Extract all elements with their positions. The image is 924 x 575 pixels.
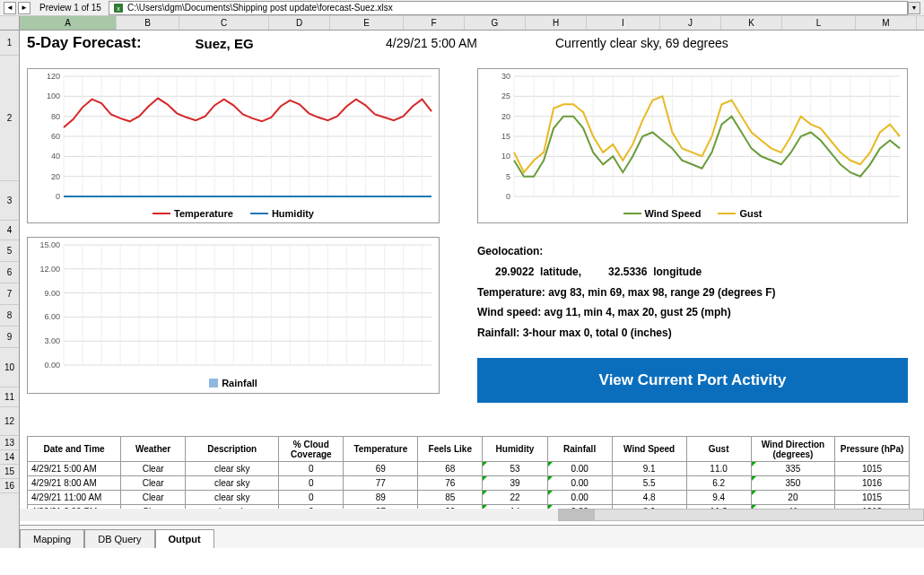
select-all-cell[interactable] (0, 16, 20, 30)
table-cell[interactable]: 1016 (835, 476, 910, 491)
bottom-tab-output[interactable]: Output (155, 529, 214, 548)
file-path-box[interactable]: x C:\Users\dgm\Documents\Shipping post u… (109, 1, 908, 15)
table-cell[interactable]: 85 (418, 491, 483, 505)
bottom-tab-db-query[interactable]: DB Query (84, 529, 154, 548)
row-header-4[interactable]: 4 (0, 221, 19, 240)
table-cell[interactable]: 9.4 (686, 491, 751, 505)
row-header-7[interactable]: 7 (0, 283, 19, 305)
column-header-L[interactable]: L (782, 16, 856, 30)
row-header-1[interactable]: 1 (0, 30, 19, 56)
table-cell[interactable]: clear sky (186, 491, 279, 505)
legend-humidity: Humidity (272, 208, 314, 219)
view-port-activity-button[interactable]: View Current Port Activity (477, 358, 908, 403)
column-header-B[interactable]: B (117, 16, 179, 30)
table-cell[interactable]: 0.00 (547, 476, 612, 491)
row-header-3[interactable]: 3 (0, 181, 19, 221)
error-flag-icon (548, 491, 553, 495)
table-cell[interactable]: clear sky (186, 476, 279, 491)
lon-value: 32.5336 (608, 266, 647, 278)
column-header-H[interactable]: H (526, 16, 587, 30)
table-cell[interactable]: 76 (418, 476, 483, 491)
row-header-12[interactable]: 12 (0, 407, 19, 436)
svg-text:0: 0 (506, 192, 510, 201)
table-cell[interactable]: 0 (279, 491, 344, 505)
svg-text:60: 60 (51, 132, 60, 141)
row-header-13[interactable]: 13 (0, 436, 19, 450)
error-flag-icon (483, 491, 487, 495)
table-cell[interactable]: 4/29/21 8:00 AM (28, 476, 121, 491)
row-header-15[interactable]: 15 (0, 465, 19, 479)
column-header-J[interactable]: J (660, 16, 721, 30)
row-header-2[interactable]: 2 (0, 56, 19, 181)
table-cell[interactable]: 335 (751, 462, 834, 476)
datetime-label: 4/29/21 5:00 AM (386, 36, 477, 50)
table-cell[interactable]: 0 (279, 462, 344, 476)
svg-text:80: 80 (51, 112, 60, 121)
bottom-tab-mapping[interactable]: Mapping (20, 529, 84, 548)
column-header-K[interactable]: K (721, 16, 782, 30)
row-header-8[interactable]: 8 (0, 305, 19, 327)
table-cell[interactable]: 53 (483, 462, 547, 476)
svg-text:10: 10 (501, 152, 510, 161)
column-header-A[interactable]: A (20, 16, 117, 30)
table-cell[interactable]: 69 (344, 462, 418, 476)
hscroll-thumb[interactable] (559, 510, 595, 520)
path-dropdown-button[interactable]: ▼ (908, 2, 920, 14)
row-header-11[interactable]: 11 (0, 388, 19, 407)
table-cell[interactable]: 6.2 (686, 476, 751, 491)
table-cell[interactable]: Clear (121, 491, 186, 505)
error-flag-icon (752, 491, 756, 495)
table-cell[interactable]: Clear (121, 462, 186, 476)
table-cell[interactable]: 77 (344, 476, 418, 491)
table-cell[interactable]: 0.00 (547, 462, 612, 476)
table-cell[interactable]: 11.0 (686, 462, 751, 476)
table-header: Temperature (344, 437, 418, 462)
horizontal-scrollbar[interactable] (20, 509, 924, 521)
row-header-16[interactable]: 16 (0, 479, 19, 493)
prev-page-button[interactable]: ◄ (4, 2, 16, 14)
table-cell[interactable]: 68 (418, 462, 483, 476)
table-cell[interactable]: 20 (751, 491, 834, 505)
table-row: 4/29/21 11:00 AMClearclear sky08985220.0… (28, 491, 910, 505)
column-header-F[interactable]: F (404, 16, 465, 30)
lat-value: 29.9022 (495, 266, 534, 278)
table-cell[interactable]: 0 (279, 476, 344, 491)
table-cell[interactable]: 22 (483, 491, 547, 505)
rain-summary: Rainfall: 3-hour max 0, total 0 (inches) (477, 323, 776, 344)
row-header-5[interactable]: 5 (0, 240, 19, 262)
table-cell[interactable]: 89 (344, 491, 418, 505)
chart1-plot: 020406080100120 (28, 69, 439, 204)
column-header-D[interactable]: D (269, 16, 330, 30)
svg-text:0.00: 0.00 (44, 361, 60, 370)
error-flag-icon (752, 462, 756, 466)
table-cell[interactable]: 4.8 (612, 491, 686, 505)
table-cell[interactable]: 0.00 (547, 491, 612, 505)
row-header-14[interactable]: 14 (0, 450, 19, 465)
row-header-6[interactable]: 6 (0, 262, 19, 283)
table-header: Feels Like (418, 437, 483, 462)
row-header-10[interactable]: 10 (0, 348, 19, 388)
table-cell[interactable]: 5.5 (612, 476, 686, 491)
table-cell[interactable]: 4/29/21 5:00 AM (28, 462, 121, 476)
table-cell[interactable]: 39 (483, 476, 547, 491)
svg-text:20: 20 (501, 112, 510, 121)
row-header-9[interactable]: 9 (0, 327, 19, 348)
column-header-G[interactable]: G (465, 16, 526, 30)
next-page-button[interactable]: ► (18, 2, 31, 14)
legend-gust: Gust (739, 208, 762, 219)
table-header: Rainfall (547, 437, 612, 462)
table-cell[interactable]: 9.1 (612, 462, 686, 476)
table-cell[interactable]: clear sky (186, 462, 279, 476)
table-cell[interactable]: 1015 (835, 491, 910, 505)
table-header: Date and Time (28, 437, 121, 462)
column-header-C[interactable]: C (179, 16, 269, 30)
table-cell[interactable]: 4/29/21 11:00 AM (28, 491, 121, 505)
table-cell[interactable]: 350 (751, 476, 834, 491)
table-cell[interactable]: Clear (121, 476, 186, 491)
table-cell[interactable]: 1015 (835, 462, 910, 476)
column-header-M[interactable]: M (856, 16, 917, 30)
temp-summary: Temperature: avg 83, min 69, max 98, ran… (477, 283, 776, 303)
column-header-E[interactable]: E (330, 16, 404, 30)
column-header-I[interactable]: I (587, 16, 660, 30)
view-port-activity-label: View Current Port Activity (599, 371, 787, 389)
